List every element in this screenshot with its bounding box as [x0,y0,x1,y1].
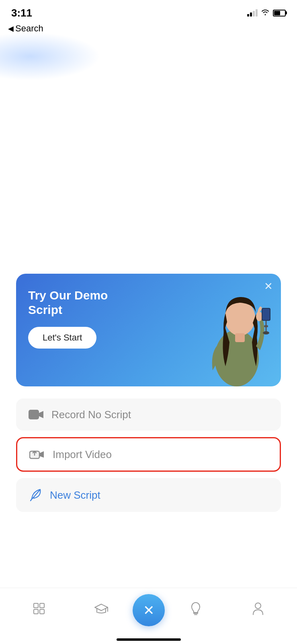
svg-rect-13 [34,603,38,608]
mortarboard-icon [94,603,108,617]
person-icon [252,602,264,618]
import-icon [29,448,45,461]
svg-rect-16 [40,609,44,614]
tab-ideas[interactable] [165,602,227,618]
record-icon [28,408,44,421]
status-bar: 3:11 [0,0,297,20]
svg-rect-15 [34,609,38,614]
back-label: Search [15,23,43,34]
demo-banner-title: Try Our Demo Script [28,288,117,317]
demo-banner: Try Our Demo Script Let's Start ✕ [16,274,281,386]
top-blur-decoration [0,32,100,80]
new-script-label: New Script [50,489,100,502]
back-arrow-icon: ◀ [8,24,14,33]
wifi-icon [261,9,270,17]
tab-create-center[interactable]: ✕ [133,594,165,626]
svg-point-21 [255,603,261,609]
demo-banner-content: Try Our Demo Script Let's Start [28,288,269,349]
home-indicator [117,638,181,641]
demo-start-button[interactable]: Let's Start [28,327,96,349]
bulb-icon [190,602,201,618]
battery-icon [273,10,286,17]
back-navigation[interactable]: ◀ Search [0,20,297,37]
close-icon: ✕ [143,602,154,618]
action-buttons-container: Record No Script Import Video New Script [16,398,281,518]
status-icons [247,9,286,17]
signal-icon [247,9,258,17]
record-no-script-button[interactable]: Record No Script [16,398,281,431]
import-video-label: Import Video [53,448,112,461]
record-no-script-label: Record No Script [51,409,131,421]
grid-icon [33,602,45,618]
tab-learn[interactable] [70,603,133,617]
svg-rect-14 [40,603,44,608]
status-time: 3:11 [11,7,32,19]
tab-home[interactable] [8,602,70,618]
tab-profile[interactable] [227,602,289,618]
svg-rect-12 [30,451,39,458]
feather-icon [28,488,43,502]
new-script-button[interactable]: New Script [16,478,281,512]
svg-rect-10 [29,410,39,419]
tab-bar: ✕ [0,588,297,632]
import-video-button[interactable]: Import Video [16,437,281,472]
